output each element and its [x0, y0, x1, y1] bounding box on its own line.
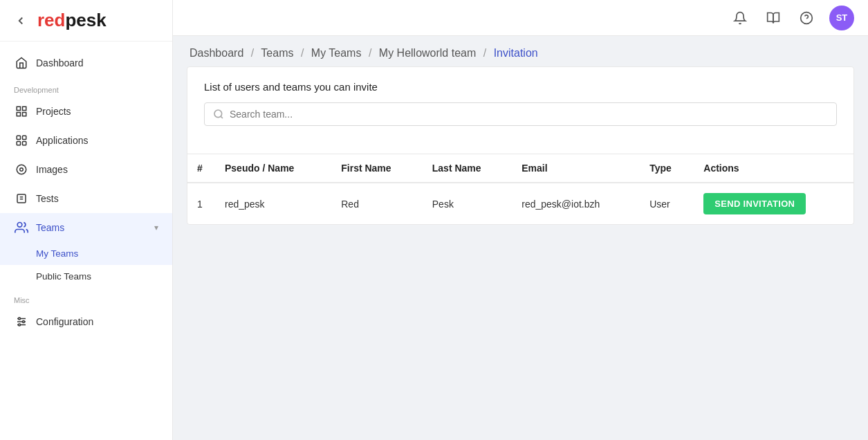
applications-icon: [14, 133, 29, 148]
top-bar: ST: [173, 0, 868, 36]
sidebar-item-configuration[interactable]: Configuration: [0, 307, 172, 336]
section-title: List of users and teams you can invite: [204, 81, 837, 93]
sidebar-item-label: Teams: [36, 222, 154, 233]
svg-point-13: [17, 223, 22, 228]
table-row: 1 red_pesk Red Pesk red_pesk@iot.bzh Use…: [187, 183, 853, 224]
cell-last-name: Pesk: [423, 183, 513, 224]
breadcrumb-separator: /: [301, 47, 304, 59]
sidebar-item-label: Configuration: [36, 316, 158, 327]
col-header-last-name: Last Name: [423, 154, 513, 183]
svg-rect-1: [23, 107, 26, 110]
sidebar-sub-item-my-teams[interactable]: My Teams: [0, 242, 172, 265]
breadcrumb-separator: /: [251, 47, 254, 59]
search-bar: [204, 102, 837, 126]
sidebar-sub-item-public-teams[interactable]: Public Teams: [0, 265, 172, 288]
sidebar-item-applications[interactable]: Applications: [0, 126, 172, 155]
cell-type: User: [640, 183, 694, 224]
breadcrumb-separator: /: [369, 47, 371, 59]
sidebar-item-dashboard[interactable]: Dashboard: [0, 48, 172, 77]
main-layout: ST Dashboard / Teams / My Teams / My Hel…: [173, 0, 868, 440]
table-header-row: # Pseudo / Name First Name Last Name Ema…: [187, 154, 853, 183]
breadcrumb-separator: /: [483, 47, 486, 59]
people-icon: [14, 220, 29, 235]
svg-rect-4: [17, 136, 20, 139]
svg-point-8: [17, 165, 26, 174]
book-icon-button[interactable]: [763, 8, 784, 28]
home-icon: [14, 55, 29, 71]
sidebar-item-label: Dashboard: [36, 57, 158, 68]
svg-rect-0: [17, 107, 20, 110]
sidebar-item-teams[interactable]: Teams ▾: [0, 213, 172, 242]
sidebar-section-misc: Misc: [0, 288, 172, 307]
collapse-button[interactable]: [11, 11, 30, 30]
tests-icon: [14, 191, 29, 206]
sidebar-section-development: Development: [0, 77, 172, 97]
sidebar-item-images[interactable]: Images: [0, 155, 172, 184]
breadcrumb: Dashboard / Teams / My Teams / My Hellow…: [173, 36, 868, 66]
col-header-type: Type: [640, 154, 694, 183]
users-table: # Pseudo / Name First Name Last Name Ema…: [187, 154, 853, 224]
col-header-actions: Actions: [694, 154, 853, 183]
content-inner: List of users and teams you can invite: [187, 67, 853, 154]
sidebar-item-label: Tests: [36, 193, 158, 204]
sidebar: redpesk Dashboard Development Projects A…: [0, 0, 173, 440]
svg-rect-5: [23, 136, 26, 139]
svg-line-23: [221, 116, 223, 118]
col-header-first-name: First Name: [331, 154, 423, 183]
help-icon-button[interactable]: [796, 8, 817, 28]
chevron-down-icon: ▾: [154, 223, 158, 232]
svg-point-9: [20, 168, 24, 172]
images-icon: [14, 162, 29, 177]
logo: redpesk: [37, 10, 107, 31]
sidebar-sub-item-label: My Teams: [36, 248, 78, 259]
content-area: Dashboard / Teams / My Teams / My Hellow…: [173, 36, 868, 440]
sidebar-item-tests[interactable]: Tests: [0, 184, 172, 213]
sidebar-header: redpesk: [0, 0, 172, 42]
avatar[interactable]: ST: [829, 6, 854, 30]
col-header-pseudo: Pseudo / Name: [215, 154, 331, 183]
svg-rect-7: [23, 142, 26, 145]
breadcrumb-item-invitation: Invitation: [494, 47, 538, 59]
cell-email: red_pesk@iot.bzh: [512, 183, 640, 224]
breadcrumb-item-teams[interactable]: Teams: [261, 47, 293, 59]
sidebar-item-label: Images: [36, 164, 158, 175]
cell-first-name: Red: [331, 183, 423, 224]
col-header-num: #: [187, 154, 215, 183]
logo-red: red: [37, 10, 65, 30]
table-container: # Pseudo / Name First Name Last Name Ema…: [187, 154, 853, 224]
svg-point-22: [214, 110, 222, 118]
breadcrumb-item-dashboard[interactable]: Dashboard: [190, 47, 243, 59]
send-invitation-button[interactable]: SEND INVITATION: [703, 193, 806, 214]
svg-point-18: [23, 321, 25, 323]
sidebar-item-label: Projects: [36, 106, 158, 117]
breadcrumb-item-helloworld[interactable]: My Helloworld team: [379, 47, 476, 59]
sidebar-sub-item-label: Public Teams: [36, 271, 91, 282]
svg-rect-2: [17, 113, 20, 116]
content-card: List of users and teams you can invite #…: [187, 66, 854, 225]
col-header-email: Email: [512, 154, 640, 183]
svg-rect-6: [17, 142, 20, 145]
sidebar-item-projects[interactable]: Projects: [0, 97, 172, 126]
svg-point-17: [19, 318, 21, 320]
sidebar-item-label: Applications: [36, 135, 158, 146]
grid-icon: [14, 104, 29, 119]
bell-icon-button[interactable]: [730, 8, 750, 28]
cell-num: 1: [187, 183, 215, 224]
configuration-icon: [14, 314, 29, 329]
sidebar-nav: Dashboard Development Projects Applicati…: [0, 42, 172, 440]
cell-action: SEND INVITATION: [694, 183, 853, 224]
cell-pseudo: red_pesk: [215, 183, 331, 224]
logo-dark: pesk: [65, 10, 106, 30]
svg-rect-3: [23, 113, 26, 116]
svg-point-19: [19, 324, 21, 326]
search-icon: [213, 109, 224, 120]
breadcrumb-item-my-teams[interactable]: My Teams: [311, 47, 362, 59]
search-input[interactable]: [230, 109, 828, 120]
